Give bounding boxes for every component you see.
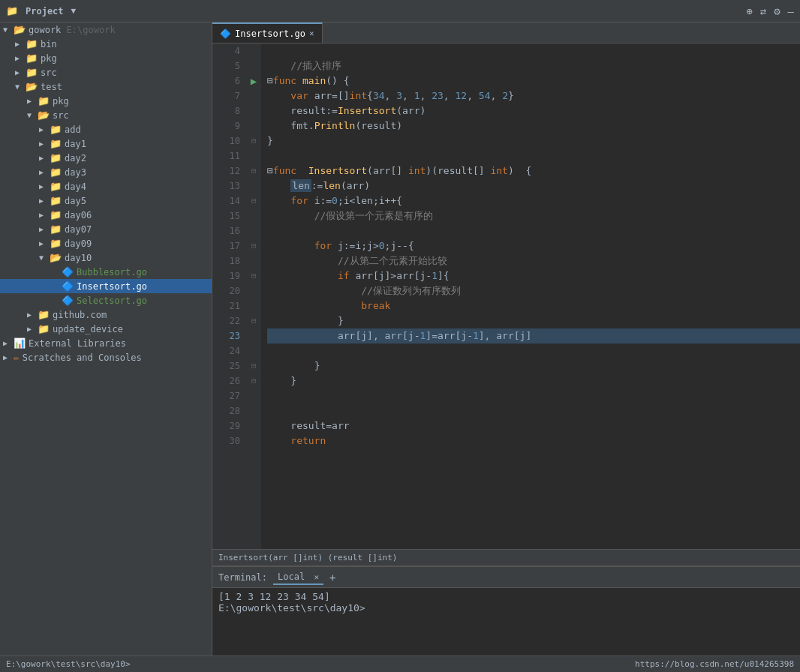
folder-icon: 📂: [38, 110, 50, 121]
fold-icon[interactable]: ⊟: [251, 238, 256, 254]
sidebar-item-day4[interactable]: ▶ 📁 day4: [0, 179, 212, 194]
top-bar-icons: ⊕ ⇄ ⚙ —: [746, 5, 794, 17]
sidebar-item-day07[interactable]: ▶ 📁 day07: [0, 222, 212, 236]
sidebar-item-test-pkg[interactable]: ▶ 📁 pkg: [0, 94, 212, 108]
folder-icon: 📁: [26, 52, 38, 64]
terminal-content[interactable]: [1 2 3 12 23 34 54] E:\gowork\test\src\d…: [212, 588, 800, 656]
line-num: 15: [212, 208, 240, 224]
terminal-tab-close-icon[interactable]: ✕: [314, 572, 319, 582]
minimize-icon[interactable]: —: [788, 5, 794, 17]
terminal-tab-local[interactable]: Local ✕: [273, 570, 323, 585]
line-num: 10: [212, 134, 240, 148]
code-editor[interactable]: 4 5 6 7 8 9 10 11 12 13 14 15 16 17 18 1…: [212, 44, 800, 549]
folder-icon: 📁: [50, 124, 62, 135]
settings-icon[interactable]: ⚙: [774, 5, 780, 17]
sidebar-label: gowork E:\gowork: [29, 25, 116, 35]
terminal-tabs-bar: Terminal: Local ✕ +: [212, 567, 800, 588]
add-icon[interactable]: ⊕: [746, 5, 752, 17]
fold-icon[interactable]: ⊟: [251, 194, 256, 208]
sidebar-item-insertsort[interactable]: 🔷 Insertsort.go: [0, 279, 212, 293]
sidebar-item-bin[interactable]: ▶ 📁 bin: [0, 37, 212, 51]
sidebar-item-github[interactable]: ▶ 📁 github.com: [0, 308, 212, 322]
sidebar-label: pkg: [53, 96, 69, 106]
code-line-27: [267, 388, 800, 404]
folder-icon: 📁: [26, 38, 38, 50]
sidebar-label: update_device: [53, 324, 123, 334]
go-file-icon: 🔷: [62, 295, 74, 306]
sidebar-item-day5[interactable]: ▶ 📁 day5: [0, 194, 212, 208]
sidebar-item-day2[interactable]: ▶ 📁 day2: [0, 151, 212, 165]
sidebar-label: add: [65, 124, 81, 135]
sidebar-item-pkg[interactable]: ▶ 📁 pkg: [0, 51, 212, 65]
sidebar-item-src[interactable]: ▶ 📁 src: [0, 65, 212, 80]
code-line-23: arr[j], arr[j-1]=arr[j-1], arr[j]: [267, 328, 800, 344]
code-line-18: //从第二个元素开始比较: [267, 254, 800, 268]
folder-icon: 📁: [38, 309, 50, 320]
code-line-21: break: [267, 298, 800, 314]
sidebar-item-day1[interactable]: ▶ 📁 day1: [0, 136, 212, 151]
sync-icon[interactable]: ⇄: [760, 5, 766, 17]
sidebar-item-test-src[interactable]: ▼ 📂 src: [0, 108, 212, 122]
fold-icon[interactable]: ⊟: [251, 374, 256, 388]
sidebar-item-external-libs[interactable]: ▶ 📊 External Libraries: [0, 336, 212, 350]
project-icon: 📁: [6, 5, 18, 16]
terminal-area: Terminal: Local ✕ + [1 2 3 12 23 34 54] …: [212, 566, 800, 656]
editor-area: 🔷 Insertsort.go ✕ 4 5 6 7 8 9 10 11 12 1…: [212, 22, 800, 656]
fold-icon[interactable]: ⊟: [251, 134, 256, 148]
arrow-icon: ▶: [39, 154, 50, 162]
sidebar-label: src: [53, 110, 69, 121]
sidebar-item-day06[interactable]: ▶ 📁 day06: [0, 208, 212, 222]
sidebar-item-bubblesort[interactable]: 🔷 Bubblesort.go: [0, 265, 212, 279]
code-line-20: //保证数列为有序数列: [267, 284, 800, 298]
sidebar-label: day4: [65, 182, 86, 192]
arrow-icon: ▼: [3, 26, 14, 34]
tab-insertsort[interactable]: 🔷 Insertsort.go ✕: [212, 22, 323, 43]
sidebar-label: day07: [65, 224, 92, 235]
sidebar-item-day09[interactable]: ▶ 📁 day09: [0, 236, 212, 250]
fold-icon[interactable]: ⊟: [251, 314, 256, 328]
line-num: 22: [212, 314, 240, 328]
code-line-24: [267, 344, 800, 358]
arrow-icon: ▶: [3, 353, 14, 362]
line-num: 9: [212, 118, 240, 134]
line-num: 25: [212, 358, 240, 374]
arrow-icon: ▶: [27, 97, 38, 105]
go-file-icon: 🔷: [62, 266, 74, 278]
arrow-icon: ▶: [39, 239, 50, 248]
fold-icon[interactable]: ⊟: [251, 358, 256, 374]
sidebar-item-day3[interactable]: ▶ 📁 day3: [0, 165, 212, 179]
sidebar-item-selectsort[interactable]: 🔷 Selectsort.go: [0, 293, 212, 308]
line-num: 16: [212, 224, 240, 238]
line-num: 11: [212, 148, 240, 164]
terminal-add-button[interactable]: +: [329, 572, 335, 584]
arrow-icon: ▶: [39, 168, 50, 176]
sidebar-item-day10[interactable]: ▼ 📂 day10: [0, 250, 212, 265]
arrow-icon: ▶: [27, 325, 38, 333]
line-num: 27: [212, 388, 240, 404]
arrow-icon: ▶: [39, 196, 50, 205]
sidebar-item-gowork[interactable]: ▼ 📂 gowork E:\gowork: [0, 22, 212, 37]
sidebar-item-test[interactable]: ▼ 📂 test: [0, 80, 212, 94]
sidebar-item-add[interactable]: ▶ 📁 add: [0, 122, 212, 136]
line-num: 20: [212, 284, 240, 298]
folder-icon: 📁: [50, 166, 62, 178]
sidebar-label: Scratches and Consoles: [23, 352, 142, 363]
sidebar-item-scratches[interactable]: ▶ ✏️ Scratches and Consoles: [0, 350, 212, 364]
folder-icon: 📁: [50, 195, 62, 206]
sidebar-label: bin: [41, 39, 57, 50]
terminal-prompt: E:\gowork\test\src\day10>: [218, 602, 794, 614]
editor-tabs: 🔷 Insertsort.go ✕: [212, 22, 800, 44]
dropdown-icon[interactable]: ▼: [71, 6, 77, 16]
line-numbers: 4 5 6 7 8 9 10 11 12 13 14 15 16 17 18 1…: [212, 44, 246, 549]
folder-icon: 📂: [26, 81, 38, 92]
folder-icon: 📁: [50, 152, 62, 164]
go-file-icon: 🔷: [62, 280, 74, 292]
run-icon[interactable]: ▶: [251, 74, 257, 88]
fold-icon[interactable]: ⊟: [251, 164, 256, 178]
scratches-icon: ✏️: [14, 352, 20, 363]
lib-icon: 📊: [14, 338, 26, 349]
tab-close-icon[interactable]: ✕: [309, 28, 314, 38]
sidebar-item-update-device[interactable]: ▶ 📁 update_device: [0, 322, 212, 336]
line-num: 30: [212, 434, 240, 448]
fold-icon[interactable]: ⊟: [251, 268, 256, 284]
